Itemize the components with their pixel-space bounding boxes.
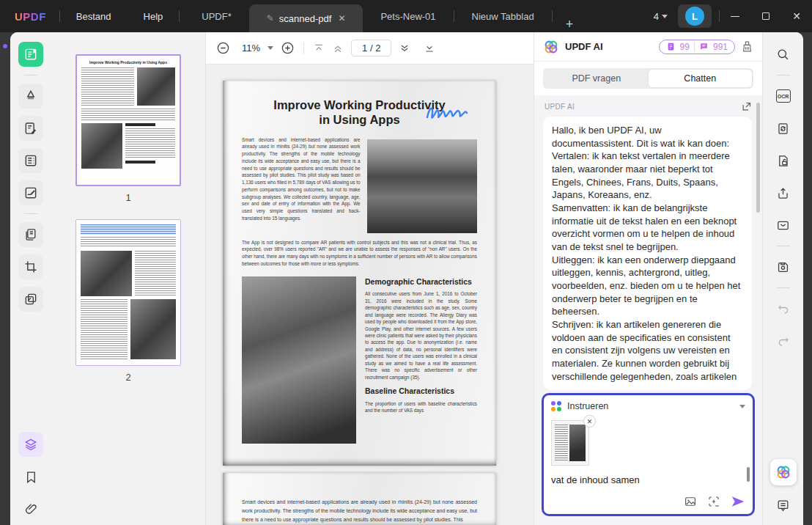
updf-ai-icon — [775, 464, 791, 480]
tab-scanned-pdf[interactable]: ✎ scanned-pdf ✕ — [249, 4, 363, 32]
tab-count-dropdown[interactable]: 4 — [654, 11, 668, 22]
left-sidebar — [10, 32, 51, 525]
chat-meta-row: UPDF AI — [534, 95, 762, 115]
chat-input-box[interactable]: Instrueren ✕ vat de inhoud samen — [542, 393, 755, 516]
app-body: Improve Working Productivity in Using Ap… — [0, 32, 812, 525]
last-page-button[interactable] — [424, 43, 435, 54]
tab-pdf-vragen[interactable]: PDF vragen — [545, 70, 649, 87]
sidebar-item-redo[interactable] — [771, 328, 796, 353]
page-thumbnail-2[interactable] — [75, 219, 181, 366]
meeting-room-photo — [367, 139, 477, 233]
ai-panel-header: UPDF AI 99 991 — [534, 32, 762, 62]
share-icon — [776, 186, 790, 200]
document-paragraph: The App is not designed to compare AR pa… — [242, 239, 477, 268]
sidebar-item-layers[interactable] — [18, 432, 43, 457]
previous-pages-button[interactable] — [332, 43, 344, 54]
remove-attachment-icon[interactable]: ✕ — [583, 415, 596, 427]
crop-icon — [23, 260, 38, 274]
new-tab-button[interactable]: + — [553, 17, 587, 32]
zoom-in-icon — [281, 41, 295, 55]
sidebar-item-convert[interactable] — [771, 116, 796, 141]
chat-credit-count: 991 — [713, 42, 728, 52]
ocr-label: OCR — [778, 94, 789, 99]
sidebar-item-bookmarks[interactable] — [18, 464, 43, 489]
sidebar-item-feedback[interactable] — [771, 493, 796, 518]
accent-dot — [3, 44, 7, 48]
pdf-page-1: Improve Working Productivity in Using Ap… — [223, 81, 496, 466]
clear-chat-broom-icon[interactable] — [741, 40, 753, 53]
updf-ai-button[interactable] — [770, 459, 797, 485]
zoom-dropdown-caret[interactable] — [267, 46, 273, 50]
document-canvas[interactable]: Improve Working Productivity in Using Ap… — [206, 65, 534, 525]
tab-chatten[interactable]: Chatten — [649, 70, 753, 87]
reader-mode-icon — [23, 47, 38, 62]
zoom-in-button[interactable] — [281, 41, 295, 55]
sidebar-item-protect[interactable] — [771, 148, 796, 173]
ai-panel-title: UPDF AI — [565, 41, 653, 52]
highlighter-icon — [23, 89, 38, 103]
thumb-text-block — [81, 237, 176, 247]
thumbnail-panel: Improve Working Productivity in Using Ap… — [51, 32, 205, 525]
close-tab-icon[interactable]: ✕ — [338, 13, 345, 23]
sidebar-item-reader[interactable] — [18, 42, 43, 67]
next-pages-button[interactable] — [399, 43, 410, 54]
minimize-button[interactable] — [720, 0, 750, 32]
sidebar-item-undo[interactable] — [771, 296, 796, 321]
sidebar-item-sign[interactable] — [18, 180, 43, 205]
menu-bestand[interactable]: Bestand — [60, 11, 128, 22]
input-scrollbar[interactable] — [747, 467, 750, 482]
sidebar-item-share[interactable] — [771, 180, 796, 205]
chat-scrollbar[interactable] — [756, 103, 760, 213]
attachment-photo-block — [569, 425, 586, 461]
page-thumbnail-1[interactable]: Improve Working Productivity in Using Ap… — [75, 54, 181, 186]
updf-ai-panel: UPDF AI 99 991 PDF vragen Chatten — [534, 32, 762, 525]
zoom-out-button[interactable] — [216, 41, 230, 55]
ai-credits-badge[interactable]: 99 991 — [659, 40, 735, 54]
image-icon[interactable] — [684, 495, 697, 508]
sidebar-item-pages[interactable] — [18, 222, 43, 247]
sidebar-item-crop[interactable] — [18, 254, 43, 279]
input-mode-row[interactable]: Instrueren — [551, 401, 745, 411]
organize-pages-icon — [23, 153, 38, 168]
sidebar-item-watermark[interactable] — [18, 287, 43, 312]
menu-help[interactable]: Help — [128, 11, 180, 22]
divider — [777, 287, 790, 288]
input-action-row — [684, 495, 745, 508]
screenshot-icon[interactable] — [707, 495, 720, 508]
pdf-page-2: Smart devices and internet-based applica… — [223, 473, 496, 525]
sidebar-item-save[interactable] — [771, 254, 796, 279]
attached-image-thumbnail[interactable]: ✕ — [551, 420, 589, 466]
sidebar-item-mail[interactable] — [771, 213, 796, 238]
updf-logo: UPDF — [15, 10, 46, 23]
send-icon[interactable] — [731, 495, 745, 508]
chevron-down-icon[interactable] — [739, 405, 745, 408]
divider — [24, 75, 37, 76]
divider — [694, 43, 695, 51]
maximize-button[interactable] — [750, 0, 781, 32]
account-button[interactable]: L — [678, 4, 712, 28]
page-indicator[interactable]: 1 / 2 — [351, 40, 391, 56]
close-button[interactable]: ✕ — [781, 0, 812, 32]
ocr-icon: OCR — [776, 89, 791, 103]
sidebar-item-organize[interactable] — [18, 148, 43, 173]
tab-label: Nieuw Tabblad — [472, 11, 534, 22]
tab-pets-new-01[interactable]: Pets-New-01 — [363, 0, 453, 32]
sidebar-item-search[interactable] — [771, 42, 796, 67]
thumb-photo — [137, 67, 175, 106]
sidebar-item-attachments[interactable] — [18, 496, 43, 521]
undo-icon — [777, 302, 790, 315]
sidebar-item-markup[interactable] — [18, 84, 43, 109]
attachment-text-lines — [555, 425, 568, 461]
thumb-title: Improve Working Productivity in Using Ap… — [81, 60, 175, 65]
chat-sender-label: UPDF AI — [545, 103, 575, 111]
first-page-button[interactable] — [313, 43, 325, 54]
chat-input-text[interactable]: vat de inhoud samen — [551, 474, 745, 485]
ai-message-text: Schrijven: ik kan artikelen genereren di… — [552, 318, 743, 383]
document-paragraph: Smart devices and internet-based applica… — [242, 136, 360, 233]
tab-nieuw-tabblad[interactable]: Nieuw Tabblad — [454, 0, 552, 32]
watermark-icon — [23, 292, 38, 306]
sidebar-item-comment[interactable] — [18, 116, 43, 141]
sidebar-item-ocr[interactable]: OCR — [771, 84, 796, 109]
open-external-icon[interactable] — [741, 101, 752, 112]
tab-updf[interactable]: UPDF* — [184, 0, 248, 32]
